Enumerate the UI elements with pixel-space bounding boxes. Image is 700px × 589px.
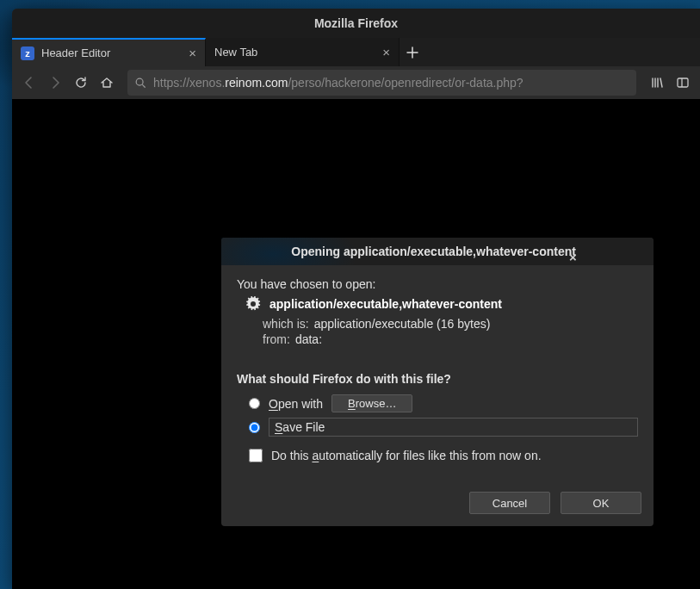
- header-editor-favicon: z: [21, 46, 34, 60]
- remember-checkbox[interactable]: [249, 449, 263, 462]
- cancel-button[interactable]: Cancel: [469, 492, 550, 514]
- browse-button[interactable]: Browse…: [331, 394, 412, 412]
- close-icon[interactable]: ×: [569, 250, 577, 264]
- which-is-label: which is:: [263, 317, 309, 331]
- window-titlebar: Mozilla Firefox: [12, 9, 700, 38]
- remember-label: Do this automatically for files like thi…: [271, 449, 542, 462]
- dialog-question: What should Firefox do with this file?: [237, 372, 638, 386]
- dialog-intro: You have chosen to open:: [237, 277, 638, 291]
- search-icon: [134, 77, 146, 89]
- ok-button[interactable]: OK: [561, 492, 641, 514]
- download-dialog: Opening application/executable,whatever-…: [221, 238, 654, 526]
- svg-point-0: [136, 78, 143, 85]
- gear-icon: [245, 296, 261, 312]
- save-file-label: Save File: [269, 418, 638, 437]
- window-title: Mozilla Firefox: [314, 16, 398, 30]
- forward-button[interactable]: [43, 71, 67, 95]
- home-button[interactable]: [95, 71, 119, 95]
- save-file-radio[interactable]: [249, 422, 260, 433]
- svg-rect-1: [678, 78, 688, 87]
- back-button[interactable]: [17, 71, 41, 95]
- which-is-value: application/executable (16 bytes): [314, 317, 491, 331]
- dialog-titlebar: Opening application/executable,whatever-…: [221, 238, 654, 265]
- open-with-label: Open with: [269, 397, 323, 411]
- tab-label: Header Editor: [41, 46, 110, 59]
- reload-button[interactable]: [69, 71, 93, 95]
- tab-label: New Tab: [214, 46, 257, 59]
- dialog-filename: application/executable,whatever-content: [269, 297, 502, 311]
- tab-new-tab[interactable]: New Tab ×: [206, 38, 400, 66]
- from-label: from:: [263, 332, 290, 346]
- open-with-radio[interactable]: [249, 398, 260, 409]
- tab-header-editor[interactable]: z Header Editor ×: [12, 38, 206, 66]
- url-bar[interactable]: https://xenos.reinom.com/perso/hackerone…: [127, 70, 636, 96]
- close-icon[interactable]: ×: [189, 46, 196, 59]
- dialog-title: Opening application/executable,whatever-…: [291, 245, 576, 258]
- url-text: https://xenos.reinom.com/perso/hackerone…: [153, 76, 523, 90]
- tab-bar: z Header Editor × New Tab ×: [12, 38, 700, 66]
- nav-toolbar: https://xenos.reinom.com/perso/hackerone…: [12, 66, 700, 99]
- sidebar-button[interactable]: [671, 71, 695, 95]
- new-tab-button[interactable]: [400, 38, 425, 66]
- library-button[interactable]: [645, 71, 669, 95]
- close-icon[interactable]: ×: [382, 46, 390, 59]
- from-value: data:: [295, 332, 322, 346]
